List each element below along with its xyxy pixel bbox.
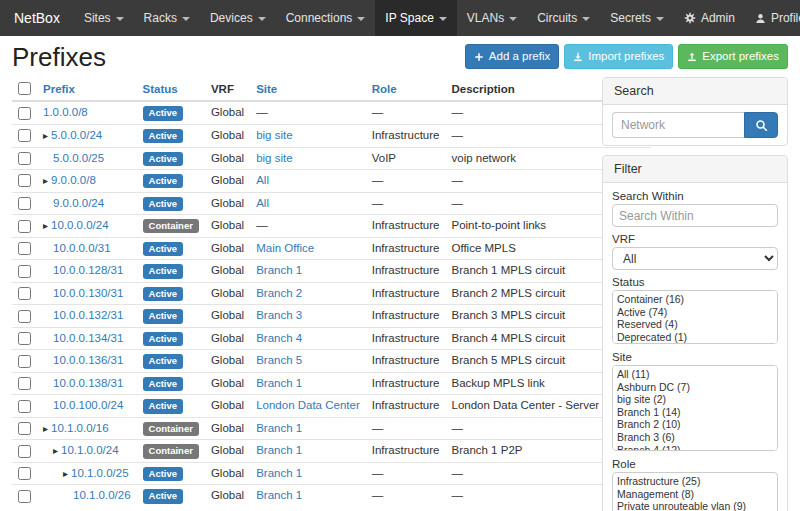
role-cell: — (366, 462, 446, 485)
row-checkbox[interactable] (18, 265, 31, 278)
role-cell: Infrastructure (366, 440, 446, 463)
prefix-link[interactable]: 10.1.0.0/24 (61, 444, 119, 456)
site-link[interactable]: Branch 2 (256, 287, 302, 299)
nav-item-devices[interactable]: Devices (200, 0, 276, 36)
prefix-link[interactable]: 10.0.0.0/24 (51, 219, 109, 231)
filter-option[interactable]: Deprecated (1) (615, 331, 775, 344)
site-link[interactable]: All (256, 174, 269, 186)
site-link[interactable]: London Data Center (256, 399, 360, 411)
nav-item-ip-space[interactable]: IP Space (375, 0, 456, 36)
nav-item-profile[interactable]: Profile (745, 0, 800, 36)
table-row: 10.0.0.134/31ActiveGlobalBranch 4Infrast… (12, 327, 651, 350)
filter-option[interactable]: Container (16) (615, 293, 775, 306)
prefix-link[interactable]: 10.1.0.0/26 (73, 489, 131, 501)
prefix-link[interactable]: 9.0.0.0/8 (51, 174, 96, 186)
site-link[interactable]: Branch 1 (256, 489, 302, 501)
row-checkbox[interactable] (18, 129, 31, 142)
site-link[interactable]: Main Office (256, 242, 314, 254)
prefix-link[interactable]: 10.0.100.0/24 (53, 399, 123, 411)
site-link[interactable]: Branch 1 (256, 422, 302, 434)
filter-option[interactable]: Private unrouteable vlan (9) (615, 500, 775, 511)
prefix-link[interactable]: 10.1.0.0/16 (51, 422, 109, 434)
row-checkbox-cell (12, 170, 37, 193)
nav-item-circuits[interactable]: Circuits (527, 0, 600, 36)
row-checkbox[interactable] (18, 242, 31, 255)
filter-option[interactable]: Infrastructure (25) (615, 475, 775, 488)
prefix-link[interactable]: 10.0.0.132/31 (53, 309, 123, 321)
filter-option[interactable]: Branch 3 (6) (615, 431, 775, 444)
prefix-link[interactable]: 10.0.0.134/31 (53, 332, 123, 344)
row-checkbox[interactable] (18, 287, 31, 300)
row-checkbox[interactable] (18, 445, 31, 458)
row-checkbox[interactable] (18, 220, 31, 233)
row-checkbox[interactable] (18, 152, 31, 165)
nav-item-admin[interactable]: Admin (674, 0, 745, 36)
role-filter-select[interactable]: Infrastructure (25)Management (8)Private… (612, 472, 778, 511)
nav-item-connections[interactable]: Connections (276, 0, 376, 36)
nav-item-sites[interactable]: Sites (74, 0, 134, 36)
prefix-link[interactable]: 9.0.0.0/24 (53, 197, 104, 209)
filter-option[interactable]: Branch 2 (10) (615, 418, 775, 431)
site-link[interactable]: Branch 3 (256, 309, 302, 321)
prefix-link[interactable]: 10.0.0.136/31 (53, 354, 123, 366)
prefix-link[interactable]: 5.0.0.0/25 (53, 152, 104, 164)
select-all-checkbox[interactable] (18, 82, 31, 95)
column-sort-link-prefix[interactable]: Prefix (43, 83, 75, 95)
row-checkbox[interactable] (18, 174, 31, 187)
filter-option[interactable]: Branch 4 (12) (615, 444, 775, 451)
filter-option[interactable]: Active (74) (615, 306, 775, 319)
row-checkbox[interactable] (18, 197, 31, 210)
status-filter-select[interactable]: Container (16)Active (74)Reserved (4)Dep… (612, 290, 778, 344)
vrf-select[interactable]: All (612, 247, 778, 270)
prefix-link[interactable]: 5.0.0.0/24 (51, 129, 102, 141)
filter-option[interactable]: big site (2) (615, 393, 775, 406)
site-cell: Branch 1 (250, 485, 366, 507)
nav-item-secrets[interactable]: Secrets (600, 0, 674, 36)
filter-option[interactable]: Ashburn DC (7) (615, 381, 775, 394)
search-button[interactable] (744, 112, 778, 138)
status-cell: Active (137, 305, 205, 328)
site-link[interactable]: big site (256, 152, 292, 164)
site-link[interactable]: Branch 1 (256, 444, 302, 456)
site-link[interactable]: Branch 1 (256, 264, 302, 276)
prefix-link[interactable]: 10.0.0.138/31 (53, 377, 123, 389)
site-filter-select[interactable]: All (11)Ashburn DC (7)big site (2)Branch… (612, 365, 778, 451)
prefix-link[interactable]: 1.0.0.0/8 (43, 106, 88, 118)
prefix-link[interactable]: 10.0.0.0/31 (53, 242, 111, 254)
site-link[interactable]: big site (256, 129, 292, 141)
prefix-link[interactable]: 10.1.0.0/25 (71, 467, 129, 479)
nav-item-racks[interactable]: Racks (134, 0, 200, 36)
row-checkbox[interactable] (18, 400, 31, 413)
filter-option[interactable]: Management (8) (615, 488, 775, 501)
site-link[interactable]: Branch 1 (256, 467, 302, 479)
row-checkbox[interactable] (18, 467, 31, 480)
app-logo[interactable]: NetBox (0, 0, 74, 36)
row-checkbox[interactable] (18, 310, 31, 323)
row-checkbox[interactable] (18, 377, 31, 390)
row-checkbox[interactable] (18, 107, 31, 120)
column-sort-link-site[interactable]: Site (256, 83, 277, 95)
row-checkbox[interactable] (18, 490, 31, 503)
import-prefixes-button[interactable]: Import prefixes (564, 44, 673, 69)
row-checkbox[interactable] (18, 355, 31, 368)
row-checkbox[interactable] (18, 332, 31, 345)
add-a-prefix-button[interactable]: Add a prefix (465, 44, 559, 69)
export-prefixes-button[interactable]: Export prefixes (678, 44, 788, 69)
column-sort-link-status[interactable]: Status (143, 83, 178, 95)
prefix-link[interactable]: 10.0.0.130/31 (53, 287, 123, 299)
filter-option[interactable]: Branch 1 (14) (615, 406, 775, 419)
prefix-cell: 10.0.0.128/31 (37, 260, 137, 283)
site-cell: All (250, 192, 366, 215)
site-link[interactable]: Branch 4 (256, 332, 302, 344)
search-within-input[interactable] (612, 204, 778, 227)
search-input[interactable] (612, 112, 744, 138)
site-link[interactable]: All (256, 197, 269, 209)
site-link[interactable]: Branch 5 (256, 354, 302, 366)
site-link[interactable]: Branch 1 (256, 377, 302, 389)
row-checkbox[interactable] (18, 422, 31, 435)
filter-option[interactable]: All (11) (615, 368, 775, 381)
filter-option[interactable]: Reserved (4) (615, 318, 775, 331)
nav-item-vlans[interactable]: VLANs (457, 0, 527, 36)
prefix-link[interactable]: 10.0.0.128/31 (53, 264, 123, 276)
column-sort-link-role[interactable]: Role (372, 83, 397, 95)
